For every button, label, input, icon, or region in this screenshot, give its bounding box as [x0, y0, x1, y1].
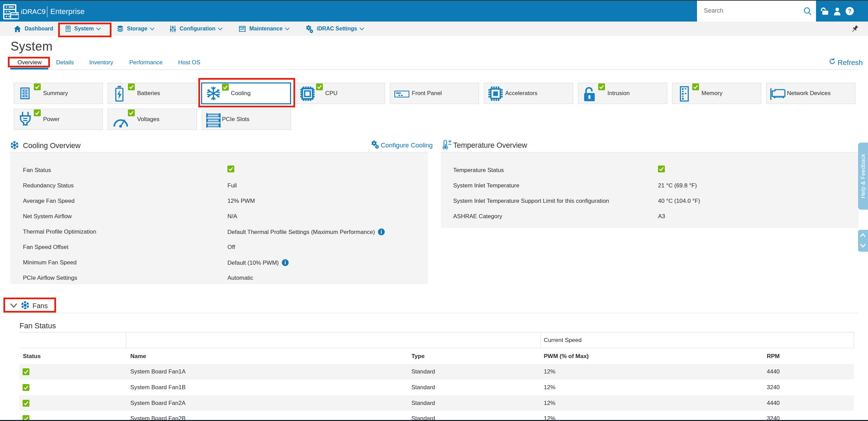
- svg-text:?: ?: [848, 8, 851, 14]
